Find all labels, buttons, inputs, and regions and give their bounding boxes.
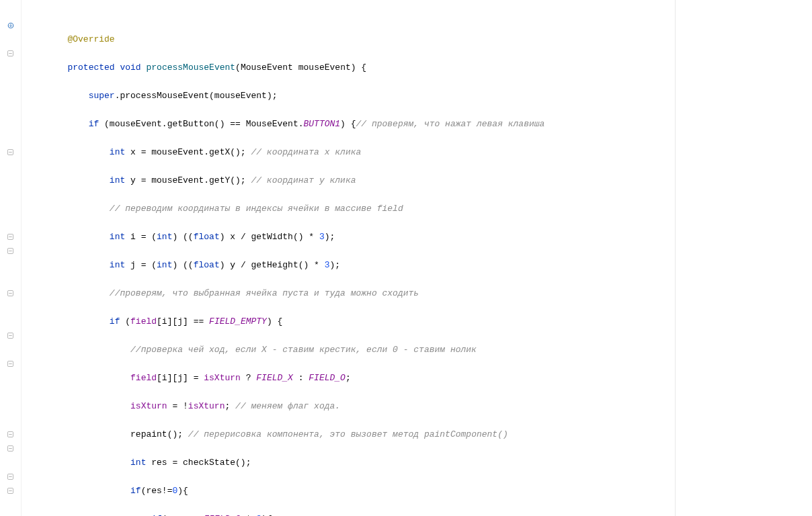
code-line[interactable]: if (field[i][j] == FIELD_EMPTY) {	[26, 314, 812, 329]
code-line[interactable]: int j = (int) ((float) y / getHeight() *…	[26, 258, 812, 272]
editor-gutter	[0, 0, 22, 516]
code-line[interactable]: int x = mouseEvent.getX(); // координата…	[26, 145, 812, 159]
code-line[interactable]: // переводим координаты в индексы ячейки…	[26, 202, 812, 216]
code-line[interactable]: int y = mouseEvent.getY(); // координат …	[26, 173, 812, 187]
code-line[interactable]: protected void processMouseEvent(MouseEv…	[26, 60, 812, 75]
right-margin-line	[675, 0, 676, 516]
code-line[interactable]: //проверям, что выбранная ячейка пуста и…	[26, 286, 812, 300]
annotation: @Override	[67, 34, 114, 44]
fold-icon[interactable]	[0, 286, 21, 300]
code-line[interactable]: if(res == FIELD_O * 3){	[26, 512, 812, 516]
code-line[interactable]: int res = checkState();	[26, 456, 812, 470]
code-editor[interactable]: @Override protected void processMouseEve…	[22, 0, 812, 516]
code-line[interactable]: //проверка чей ход, если Х - ставим крес…	[26, 343, 812, 357]
fold-icon[interactable]	[0, 357, 21, 371]
code-line[interactable]: isXturn = !isXturn; // меняем флаг хода.	[26, 399, 812, 413]
fold-icon[interactable]	[0, 441, 21, 456]
code-line[interactable]: if(res!=0){	[26, 484, 812, 498]
fold-icon[interactable]	[0, 145, 21, 159]
fold-icon[interactable]	[0, 46, 21, 60]
code-line[interactable]: @Override	[26, 32, 812, 46]
fold-icon[interactable]	[0, 230, 21, 244]
override-gutter-icon[interactable]	[0, 18, 21, 32]
code-line[interactable]: field[i][j] = isXturn ? FIELD_X : FIELD_…	[26, 371, 812, 385]
fold-icon[interactable]	[0, 470, 21, 484]
code-line[interactable]: if (mouseEvent.getButton() == MouseEvent…	[26, 117, 812, 131]
fold-icon[interactable]	[0, 484, 21, 498]
code-line[interactable]: super.processMouseEvent(mouseEvent);	[26, 89, 812, 103]
code-line[interactable]: int i = (int) ((float) x / getWidth() * …	[26, 230, 812, 244]
code-line[interactable]: repaint(); // перерисовка компонента, эт…	[26, 427, 812, 441]
fold-icon[interactable]	[0, 329, 21, 343]
fold-icon[interactable]	[0, 244, 21, 258]
fold-icon[interactable]	[0, 427, 21, 441]
